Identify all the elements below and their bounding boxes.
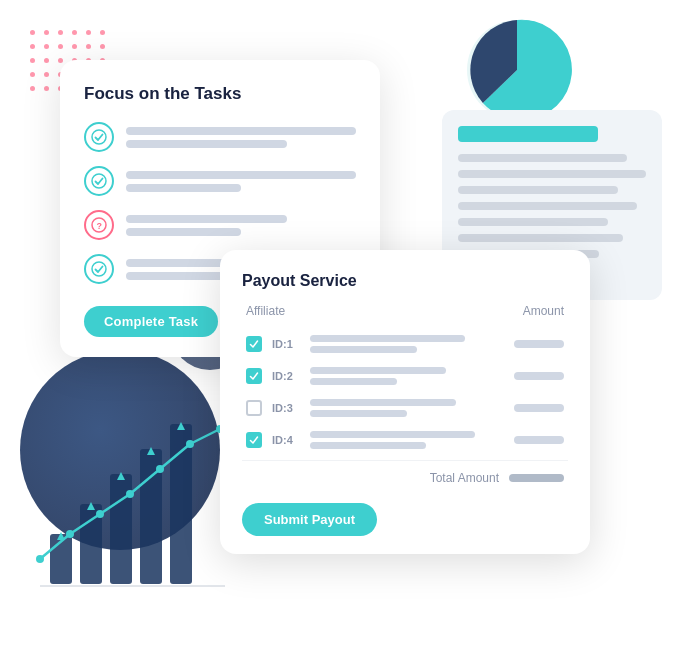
- svg-point-19: [92, 130, 106, 144]
- task-line: [126, 228, 241, 236]
- total-amount-bar: [509, 474, 564, 482]
- svg-point-23: [92, 262, 106, 276]
- svg-point-11: [186, 440, 194, 448]
- task-line: [126, 215, 287, 223]
- svg-point-7: [66, 530, 74, 538]
- svg-text:?: ?: [97, 221, 103, 231]
- task-done-icon: [84, 254, 114, 284]
- payout-name-line: [310, 335, 465, 342]
- svg-point-6: [36, 555, 44, 563]
- task-line: [126, 184, 241, 192]
- payout-header: Affiliate Amount: [242, 304, 568, 318]
- payout-amount-bar: [514, 340, 564, 348]
- payout-id-4: ID:4: [272, 434, 300, 446]
- payout-total-row: Total Amount: [242, 460, 568, 489]
- task-lines: [126, 127, 356, 148]
- info-card-bar: [458, 126, 598, 142]
- task-line: [126, 140, 287, 148]
- svg-point-10: [156, 465, 164, 473]
- info-line: [458, 218, 608, 226]
- svg-rect-5: [170, 424, 192, 584]
- payout-name-line: [310, 378, 397, 385]
- payout-row: ID:1: [242, 328, 568, 360]
- bar-line-chart: [30, 404, 230, 594]
- task-card-title: Focus on the Tasks: [84, 84, 356, 104]
- info-line: [458, 186, 618, 194]
- payout-amount-bar: [514, 372, 564, 380]
- task-lines: [126, 215, 356, 236]
- payout-amount-bar: [514, 404, 564, 412]
- payout-card: Payout Service Affiliate Amount ID:1: [220, 250, 590, 554]
- task-question-icon: ?: [84, 210, 114, 240]
- payout-name-line: [310, 399, 456, 406]
- payout-checkbox-2[interactable]: [246, 368, 262, 384]
- amount-header: Amount: [523, 304, 564, 318]
- info-card-lines: [458, 154, 646, 258]
- payout-row: ID:4: [242, 424, 568, 456]
- task-line: [126, 171, 356, 179]
- info-line: [458, 154, 627, 162]
- info-line: [458, 170, 646, 178]
- payout-name-line: [310, 367, 446, 374]
- svg-point-9: [126, 490, 134, 498]
- payout-name-lines: [310, 431, 504, 449]
- payout-row: ID:2: [242, 360, 568, 392]
- payout-checkbox-4[interactable]: [246, 432, 262, 448]
- payout-id-3: ID:3: [272, 402, 300, 414]
- submit-payout-button[interactable]: Submit Payout: [242, 503, 377, 536]
- payout-row: ID:3: [242, 392, 568, 424]
- complete-task-button[interactable]: Complete Task: [84, 306, 218, 337]
- task-done-icon: [84, 122, 114, 152]
- payout-checkbox-3[interactable]: [246, 400, 262, 416]
- scene: Focus on the Tasks: [0, 0, 692, 654]
- payout-checkbox-1[interactable]: [246, 336, 262, 352]
- payout-name-line: [310, 410, 407, 417]
- task-line: [126, 127, 356, 135]
- task-done-icon: [84, 166, 114, 196]
- svg-point-8: [96, 510, 104, 518]
- info-line: [458, 202, 637, 210]
- payout-name-lines: [310, 335, 504, 353]
- payout-amount-bar: [514, 436, 564, 444]
- info-line: [458, 234, 623, 242]
- task-item: [84, 166, 356, 196]
- payout-name-line: [310, 442, 426, 449]
- svg-point-20: [92, 174, 106, 188]
- payout-card-title: Payout Service: [242, 272, 568, 290]
- payout-name-line: [310, 431, 475, 438]
- total-amount-label: Total Amount: [430, 471, 499, 485]
- affiliate-header: Affiliate: [246, 304, 285, 318]
- payout-id-2: ID:2: [272, 370, 300, 382]
- task-item: [84, 122, 356, 152]
- payout-id-1: ID:1: [272, 338, 300, 350]
- payout-name-lines: [310, 399, 504, 417]
- task-lines: [126, 171, 356, 192]
- payout-name-lines: [310, 367, 504, 385]
- pie-chart: [462, 15, 572, 125]
- payout-name-line: [310, 346, 417, 353]
- task-item: ?: [84, 210, 356, 240]
